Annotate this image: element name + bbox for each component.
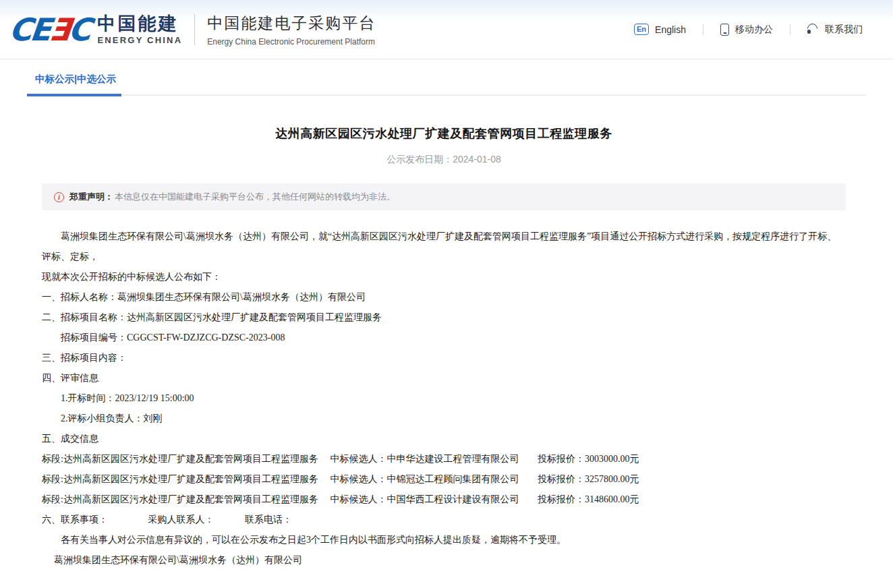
tab-bar: 中标公示|中选公示: [27, 62, 866, 96]
bid-candidate: 中标候选人：中国华西工程设计建设有限公司: [330, 494, 519, 504]
mobile-office-link[interactable]: 移动办公: [703, 24, 790, 36]
list-item-project-name: 二、招标项目名称：达州高新区园区污水处理厂扩建及配套管网项目工程监理服务: [42, 307, 846, 328]
language-switch-english[interactable]: En English: [617, 24, 703, 35]
objection-paragraph: 各有关当事人对公示信息有异议的，可以在公示发布之日起3个工作日内以书面形式向招标…: [42, 530, 846, 550]
ceec-logo-icon: CEƎC: [8, 14, 91, 45]
english-icon: En: [634, 24, 649, 35]
active-tab-underline: [27, 94, 121, 96]
contact-us-link[interactable]: 联系我们: [790, 24, 880, 36]
contact-matters-label: 六、联系事项：: [42, 514, 108, 525]
bid-price: 投标报价：3257800.00元: [538, 474, 639, 484]
platform-title: 中国能建电子采购平台: [207, 13, 376, 34]
bid-price: 投标报价：3148600.00元: [538, 494, 639, 504]
platform-subtitle: Energy China Electronic Procurement Plat…: [207, 37, 376, 47]
bid-section: 标段:达州高新区园区污水处理厂扩建及配套管网项目工程监理服务: [42, 454, 318, 464]
platform-title-block: 中国能建电子采购平台 Energy China Electronic Procu…: [207, 13, 376, 47]
logo-letter: C: [67, 11, 91, 48]
bid-price: 投标报价：3003000.00元: [538, 454, 639, 464]
tab-label: 中标公示|中选公示: [35, 74, 116, 84]
list-item-deal-info: 五、成交信息: [42, 429, 846, 449]
logo-cn-name: 中国能建: [97, 13, 182, 34]
site-header: CEƎC 中国能建 ENERGY CHINA 中国能建电子采购平台 Energy…: [0, 0, 893, 59]
warning-title: 郑重声明：: [69, 191, 113, 203]
tab-bid-winner-announcement[interactable]: 中标公示|中选公示: [35, 73, 116, 94]
list-item-project-content: 三、招标项目内容：: [42, 348, 846, 368]
contact-phone-label: 联系电话：: [245, 514, 292, 525]
logo-area[interactable]: CEƎC 中国能建 ENERGY CHINA 中国能建电子采购平台 Energy…: [9, 13, 376, 47]
logo-en-name: ENERGY CHINA: [97, 35, 182, 45]
bid-row: 标段:达州高新区园区污水处理厂扩建及配套管网项目工程监理服务 中标候选人：中国华…: [42, 490, 846, 510]
bid-section: 标段:达州高新区园区污水处理厂扩建及配套管网项目工程监理服务: [42, 494, 318, 504]
bid-section: 标段:达州高新区园区污水处理厂扩建及配套管网项目工程监理服务: [42, 474, 318, 484]
english-label: English: [655, 24, 686, 35]
bid-row: 标段:达州高新区园区污水处理厂扩建及配套管网项目工程监理服务 中标候选人：中锦冠…: [42, 469, 846, 490]
bid-candidate: 中标候选人：中申华达建设工程管理有限公司: [330, 454, 519, 464]
logo-text-block: 中国能建 ENERGY CHINA: [97, 13, 182, 45]
purchaser-contact-label: 采购人联系人：: [148, 514, 214, 525]
bid-candidate: 中标候选人：中锦冠达工程顾问集团有限公司: [330, 474, 519, 484]
header-nav: En English 移动办公 联系我们: [617, 24, 880, 36]
info-icon: i: [54, 192, 64, 202]
headset-icon: [807, 24, 819, 33]
list-item-review-info: 四、评审信息: [42, 368, 846, 388]
list-item-bid-opening-time: 1.开标时间：2023/12/19 15:00:00: [42, 388, 846, 409]
publish-date: 公示发布日期：2024-01-08: [42, 154, 846, 166]
warning-text: 本信息仅在中国能建电子采购平台公布，其他任何网站的转载均为非法。: [115, 191, 395, 203]
list-item-project-number: 招标项目编号：CGGCST-FW-DZJZCG-DZSC-2023-008: [42, 328, 846, 348]
signature-line: 葛洲坝集团生态环保有限公司\葛洲坝水务（达州）有限公司: [42, 550, 846, 570]
logo-divider: [194, 14, 195, 45]
warning-banner: i 郑重声明： 本信息仅在中国能建电子采购平台公布，其他任何网站的转载均为非法。: [42, 183, 846, 210]
mobile-office-label: 移动办公: [735, 24, 773, 36]
intro-paragraph: 葛洲坝集团生态环保有限公司\葛洲坝水务（达州）有限公司，就“达州高新区园区污水处…: [42, 227, 846, 267]
announcement-body: 葛洲坝集团生态环保有限公司\葛洲坝水务（达州）有限公司，就“达州高新区园区污水处…: [42, 227, 846, 570]
bid-row: 标段:达州高新区园区污水处理厂扩建及配套管网项目工程监理服务 中标候选人：中申华…: [42, 449, 846, 469]
contact-us-label: 联系我们: [825, 24, 863, 36]
list-item-review-leader: 2.评标小组负责人：刘刚: [42, 409, 846, 429]
list-item-tenderer: 一、招标人名称：葛洲坝集团生态环保有限公司\葛洲坝水务（达州）有限公司: [42, 287, 846, 307]
intro-paragraph: 现就本次公开招标的中标候选人公布如下：: [42, 267, 846, 287]
announcement-document: 达州高新区园区污水处理厂扩建及配套管网项目工程监理服务 公示发布日期：2024-…: [27, 125, 866, 588]
mobile-phone-icon: [720, 24, 729, 36]
page-title: 达州高新区园区污水处理厂扩建及配套管网项目工程监理服务: [42, 125, 846, 142]
list-item-contact: 六、联系事项： 采购人联系人： 联系电话：: [42, 510, 846, 530]
